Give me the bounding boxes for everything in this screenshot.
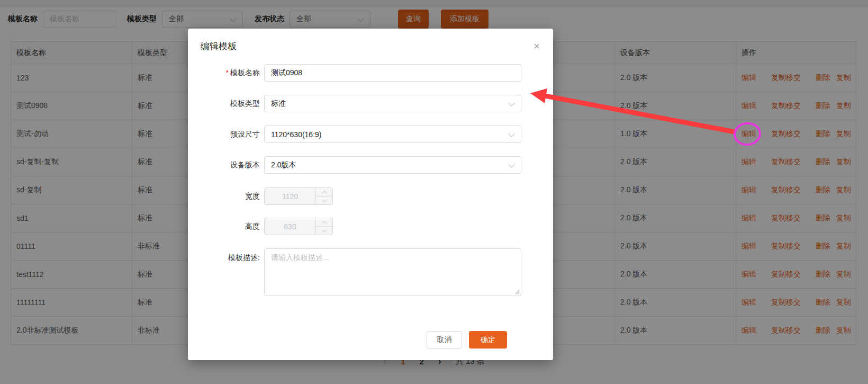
modal-width-input: 1120 [264, 187, 333, 205]
chevron-down-icon [508, 100, 515, 106]
modal-name-value: 测试0908 [271, 68, 302, 78]
chevron-down-icon [508, 161, 515, 168]
field-width-label: 宽度 [188, 187, 264, 205]
field-desc-label: 模板描述: [188, 248, 264, 296]
edit-template-modal: 编辑模板 × *模板名称 测试0908 模板类型 标准 预设尺寸 1120*63… [188, 29, 553, 360]
modal-height-value: 630 [265, 222, 315, 231]
ok-button[interactable]: 确定 [469, 331, 507, 349]
step-up-icon [322, 221, 326, 225]
modal-description-textarea[interactable]: 请输入模板描述... [264, 248, 521, 296]
field-type-label: 模板类型 [188, 95, 264, 112]
field-height-label: 高度 [188, 218, 264, 235]
modal-title: 编辑模板 [201, 40, 237, 52]
field-name-label: *模板名称 [188, 64, 264, 82]
modal-type-select[interactable]: 标准 [264, 95, 521, 112]
width-stepper[interactable] [315, 188, 332, 204]
description-placeholder: 请输入模板描述... [271, 253, 329, 262]
required-asterisk: * [226, 68, 229, 77]
height-stepper[interactable] [315, 218, 332, 235]
modal-preset-size-select[interactable]: 1120*630(16:9) [264, 126, 521, 143]
modal-device-version-value: 2.0版本 [271, 160, 296, 170]
chevron-down-icon [508, 130, 515, 137]
step-down-icon [322, 198, 326, 202]
field-size-label: 预设尺寸 [188, 126, 264, 143]
modal-preset-size-value: 1120*630(16:9) [271, 130, 321, 139]
modal-device-version-select[interactable]: 2.0版本 [264, 156, 521, 174]
modal-name-input[interactable]: 测试0908 [264, 64, 521, 82]
step-down-icon [322, 228, 326, 232]
modal-type-value: 标准 [271, 99, 286, 109]
close-icon[interactable]: × [531, 40, 542, 52]
step-up-icon [322, 191, 326, 195]
resize-handle-icon[interactable] [514, 289, 520, 294]
field-version-label: 设备版本 [188, 156, 264, 174]
modal-height-input: 630 [264, 218, 333, 235]
cancel-button[interactable]: 取消 [427, 331, 462, 349]
modal-width-value: 1120 [265, 192, 315, 201]
